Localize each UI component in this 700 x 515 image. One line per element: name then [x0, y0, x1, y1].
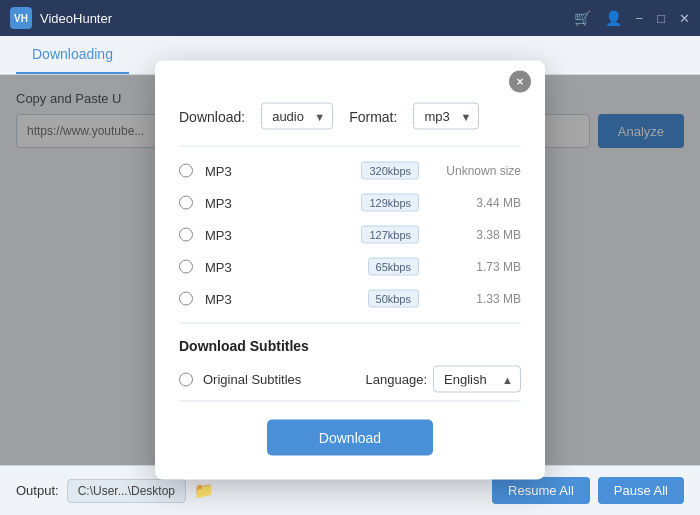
format-item[interactable]: MP3 127kbps 3.38 MB — [155, 219, 545, 251]
format-name: MP3 — [205, 195, 245, 210]
download-button[interactable]: Download — [267, 420, 433, 456]
bitrate-badge: 129kbps — [361, 194, 419, 212]
download-options-row: Download: audio video ▼ Format: mp3 m4a … — [155, 99, 545, 146]
modal-dialog: × Download: audio video ▼ Format: mp3 m4… — [155, 61, 545, 480]
language-select-wrapper[interactable]: English Spanish French Chinese ▲ — [433, 366, 521, 393]
format-size: Unknown size — [441, 164, 521, 178]
folder-icon[interactable]: 📁 — [194, 481, 214, 500]
pause-all-button[interactable]: Pause All — [598, 477, 684, 504]
title-bar-controls: 🛒 👤 − □ ✕ — [574, 10, 690, 26]
format-name: MP3 — [205, 163, 245, 178]
subtitles-section: Download Subtitles Original Subtitles La… — [155, 324, 545, 401]
title-bar-left: VH VideoHunter — [10, 7, 112, 29]
bitrate-badge: 127kbps — [361, 226, 419, 244]
format-size: 3.44 MB — [441, 196, 521, 210]
format-name: MP3 — [205, 259, 245, 274]
bitrate-badge: 50kbps — [368, 290, 419, 308]
output-path: C:\User...\Desktop — [67, 479, 186, 503]
radio-button[interactable] — [179, 260, 193, 274]
tab-downloading[interactable]: Downloading — [16, 36, 129, 74]
radio-button[interactable] — [179, 228, 193, 242]
format-name: MP3 — [205, 227, 245, 242]
app-logo: VH — [10, 7, 32, 29]
modal-header: × — [155, 61, 545, 99]
close-button[interactable]: ✕ — [679, 12, 690, 25]
main-content: Copy and Paste U Analyze × Download: aud… — [0, 75, 700, 465]
subtitle-radio-button[interactable] — [179, 372, 193, 386]
language-dropdown[interactable]: Language: English Spanish French Chinese… — [366, 366, 521, 393]
format-dropdown[interactable]: mp3 m4a wav ▼ — [413, 103, 479, 130]
title-bar: VH VideoHunter 🛒 👤 − □ ✕ — [0, 0, 700, 36]
download-label: Download: — [179, 108, 245, 124]
app-title: VideoHunter — [40, 11, 112, 26]
format-select[interactable]: mp3 m4a wav — [413, 103, 479, 130]
format-size: 1.73 MB — [441, 260, 521, 274]
subtitle-left: Original Subtitles — [179, 372, 301, 387]
output-section: Output: C:\User...\Desktop 📁 — [16, 479, 214, 503]
format-item[interactable]: MP3 65kbps 1.73 MB — [155, 251, 545, 283]
format-size: 1.33 MB — [441, 292, 521, 306]
format-name: MP3 — [205, 291, 245, 306]
maximize-button[interactable]: □ — [657, 12, 665, 25]
cart-icon[interactable]: 🛒 — [574, 10, 591, 26]
original-subtitles-label: Original Subtitles — [203, 372, 301, 387]
download-type-select[interactable]: audio video — [261, 103, 333, 130]
language-select[interactable]: English Spanish French Chinese — [433, 366, 521, 393]
format-size: 3.38 MB — [441, 228, 521, 242]
format-item[interactable]: MP3 50kbps 1.33 MB — [155, 283, 545, 315]
bottom-buttons: Resume All Pause All — [492, 477, 684, 504]
format-label: Format: — [349, 108, 397, 124]
output-label: Output: — [16, 483, 59, 498]
download-btn-row: Download — [155, 402, 545, 456]
subtitles-title: Download Subtitles — [179, 338, 521, 354]
app-window: VH VideoHunter 🛒 👤 − □ ✕ Downloading Cop… — [0, 0, 700, 515]
download-type-dropdown[interactable]: audio video ▼ — [261, 103, 333, 130]
bitrate-badge: 320kbps — [361, 162, 419, 180]
modal-close-button[interactable]: × — [509, 71, 531, 93]
user-icon[interactable]: 👤 — [605, 10, 622, 26]
bitrate-badge: 65kbps — [368, 258, 419, 276]
subtitle-row: Original Subtitles Language: English Spa… — [179, 366, 521, 393]
minimize-button[interactable]: − — [636, 12, 644, 25]
radio-button[interactable] — [179, 164, 193, 178]
format-list: MP3 320kbps Unknown size MP3 129kbps 3.4… — [155, 147, 545, 323]
radio-button[interactable] — [179, 292, 193, 306]
format-item[interactable]: MP3 320kbps Unknown size — [155, 155, 545, 187]
format-item[interactable]: MP3 129kbps 3.44 MB — [155, 187, 545, 219]
language-label: Language: — [366, 372, 427, 387]
resume-all-button[interactable]: Resume All — [492, 477, 590, 504]
radio-button[interactable] — [179, 196, 193, 210]
